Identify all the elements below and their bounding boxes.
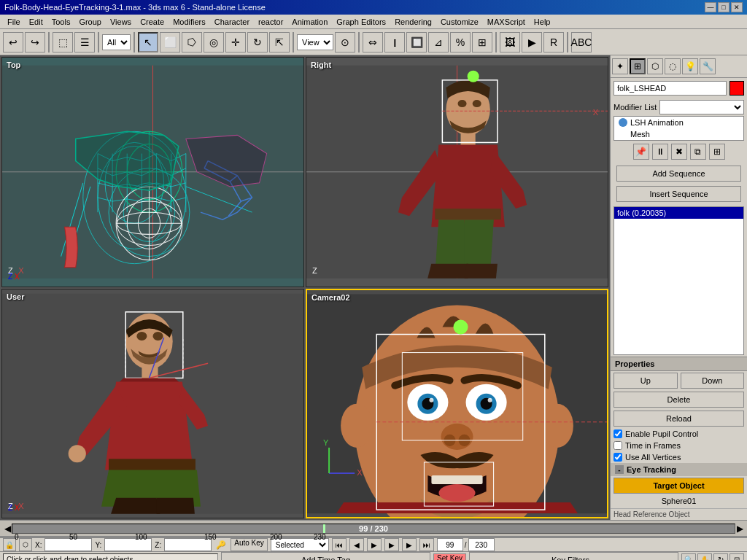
viewport-user[interactable]: User bbox=[1, 289, 304, 519]
percent-snap-button[interactable]: % bbox=[450, 32, 471, 52]
menu-edit[interactable]: Edit bbox=[25, 16, 47, 28]
keyframe-icon[interactable]: ⏸ bbox=[652, 144, 668, 160]
add-time-tag-button[interactable]: Add Time Tag bbox=[221, 552, 430, 561]
pin-icon[interactable]: 📌 bbox=[633, 144, 649, 160]
set-key-button[interactable]: Set Key bbox=[433, 553, 466, 561]
menu-maxscript[interactable]: MAXScript bbox=[483, 16, 530, 28]
modifier-list-select[interactable] bbox=[659, 100, 744, 114]
motion-tab[interactable]: ◌ bbox=[665, 58, 681, 74]
hierarchy-tab[interactable]: ⬡ bbox=[647, 58, 663, 74]
redo-button[interactable]: ↪ bbox=[25, 32, 45, 52]
go-to-start-button[interactable]: ⏮ bbox=[332, 538, 347, 551]
modifier-lsh-animation[interactable]: LSH Animation bbox=[614, 117, 743, 128]
fence-select-button[interactable]: ⭔ bbox=[182, 32, 202, 52]
nav-field-of-view[interactable]: ⊡ bbox=[729, 553, 744, 561]
viewport-top[interactable]: Top bbox=[1, 57, 304, 287]
add-sequence-button[interactable]: Add Sequence bbox=[616, 166, 741, 182]
utilities-tab[interactable]: 🔧 bbox=[700, 58, 716, 74]
object-name-input[interactable] bbox=[614, 81, 727, 96]
menu-help[interactable]: Help bbox=[530, 16, 555, 28]
target-object-button[interactable]: Target Object bbox=[614, 478, 744, 494]
menu-tools[interactable]: Tools bbox=[47, 16, 75, 28]
menu-views[interactable]: Views bbox=[106, 16, 136, 28]
object-color-swatch[interactable] bbox=[729, 81, 744, 96]
auto-key-button[interactable]: Auto Key bbox=[231, 538, 268, 551]
key-filters-button[interactable]: Key Filters... bbox=[469, 552, 678, 561]
quick-render-button[interactable]: ▶ bbox=[522, 32, 542, 52]
menu-create[interactable]: Create bbox=[136, 16, 169, 28]
display-tab[interactable]: 💡 bbox=[682, 58, 698, 74]
up-button[interactable]: Up bbox=[614, 373, 678, 389]
eye-tracking-collapse[interactable]: - bbox=[615, 465, 624, 474]
create-tab[interactable]: ✦ bbox=[612, 58, 628, 74]
insert-sequence-button[interactable]: Insert Sequence bbox=[616, 186, 741, 202]
copy-icon[interactable]: ⧉ bbox=[690, 144, 706, 160]
nav-orbit[interactable]: ↻ bbox=[713, 553, 728, 561]
nav-zoom[interactable]: 🔍 bbox=[681, 553, 696, 561]
select-object-button[interactable]: ⬚ bbox=[53, 32, 73, 52]
menu-animation[interactable]: Animation bbox=[287, 16, 332, 28]
play-button[interactable]: ▶ bbox=[367, 538, 382, 551]
menu-rendering[interactable]: Rendering bbox=[390, 16, 436, 28]
next-frame-button[interactable]: ▶ bbox=[402, 538, 417, 551]
named-selections[interactable]: ABC bbox=[571, 32, 592, 52]
viewport-camera[interactable]: Camera02 bbox=[306, 289, 608, 519]
current-frame-input[interactable] bbox=[437, 538, 463, 551]
x-input[interactable] bbox=[44, 538, 92, 551]
menu-customize[interactable]: Customize bbox=[436, 16, 483, 28]
render-type-button[interactable]: R bbox=[543, 32, 564, 52]
sequence-item-folk[interactable]: folk (0.20035) bbox=[614, 207, 743, 219]
enable-pupil-checkbox[interactable] bbox=[614, 429, 622, 438]
reload-button[interactable]: Reload bbox=[614, 411, 744, 427]
down-button[interactable]: Down bbox=[681, 373, 745, 389]
align-button[interactable]: ⫿ bbox=[384, 32, 405, 52]
instance-icon[interactable]: ⊞ bbox=[709, 144, 725, 160]
scale-button[interactable]: ⇱ bbox=[269, 32, 290, 52]
maximize-button[interactable]: □ bbox=[718, 2, 729, 12]
prev-frame-button[interactable]: ◀ bbox=[349, 538, 364, 551]
play-selected-button[interactable]: ▶ bbox=[384, 538, 399, 551]
menu-graph-editors[interactable]: Graph Editors bbox=[332, 16, 390, 28]
select-arrow-button[interactable]: ↖ bbox=[138, 32, 158, 52]
mirror-button[interactable]: ⇔ bbox=[363, 32, 383, 52]
modifier-mesh[interactable]: Mesh bbox=[614, 128, 743, 140]
menu-reactor[interactable]: reactor bbox=[254, 16, 287, 28]
time-frames-checkbox[interactable] bbox=[614, 441, 622, 450]
select-filter[interactable]: All bbox=[102, 34, 131, 50]
angle-snap-button[interactable]: ⊿ bbox=[428, 32, 449, 52]
minimize-button[interactable]: — bbox=[705, 2, 716, 12]
close-button[interactable]: ✕ bbox=[731, 2, 743, 12]
select-by-name-button[interactable]: ☰ bbox=[74, 32, 95, 52]
spinner-snap-button[interactable]: ⊞ bbox=[472, 32, 492, 52]
snap-button[interactable]: 🔲 bbox=[406, 32, 427, 52]
sequence-list[interactable]: folk (0.20035) bbox=[614, 206, 744, 355]
viewport-right[interactable]: Right bbox=[306, 57, 608, 287]
move-button[interactable]: ✛ bbox=[225, 32, 246, 52]
rotate-button[interactable]: ↻ bbox=[247, 32, 268, 52]
coordinate-system[interactable]: View bbox=[297, 34, 333, 50]
sphere-name: Sphere01 bbox=[611, 495, 747, 507]
snap-toggle[interactable]: ⬡ bbox=[19, 538, 32, 551]
use-all-vertices-checkbox[interactable] bbox=[614, 453, 622, 462]
disable-icon[interactable]: ✖ bbox=[671, 144, 687, 160]
menu-file[interactable]: File bbox=[3, 16, 25, 28]
timeline-track[interactable]: 99 / 230 bbox=[12, 524, 735, 534]
menubar: File Edit Tools Group Views Create Modif… bbox=[0, 15, 747, 29]
undo-button[interactable]: ↩ bbox=[3, 32, 23, 52]
total-frames-input[interactable] bbox=[468, 538, 495, 551]
go-to-end-button[interactable]: ⏭ bbox=[419, 538, 434, 551]
region-select-button[interactable]: ⬜ bbox=[160, 32, 180, 52]
titlebar-controls: — □ ✕ bbox=[705, 2, 743, 12]
nav-pan[interactable]: ✋ bbox=[697, 553, 712, 561]
timeline-next-arrow[interactable]: ▶ bbox=[735, 521, 744, 537]
modify-tab active[interactable]: ⊞ bbox=[630, 58, 646, 74]
lasso-select-button[interactable]: ◎ bbox=[204, 32, 224, 52]
menu-character[interactable]: Character bbox=[210, 16, 254, 28]
render-scene-button[interactable]: 🖼 bbox=[500, 32, 520, 52]
viewport-top-axis: Z X bbox=[8, 273, 20, 281]
timeline-prev-arrow[interactable]: ◀ bbox=[3, 521, 12, 537]
delete-button[interactable]: Delete bbox=[614, 392, 744, 408]
menu-modifiers[interactable]: Modifiers bbox=[169, 16, 210, 28]
axis-center-button[interactable]: ⊙ bbox=[335, 32, 355, 52]
menu-group[interactable]: Group bbox=[74, 16, 106, 28]
